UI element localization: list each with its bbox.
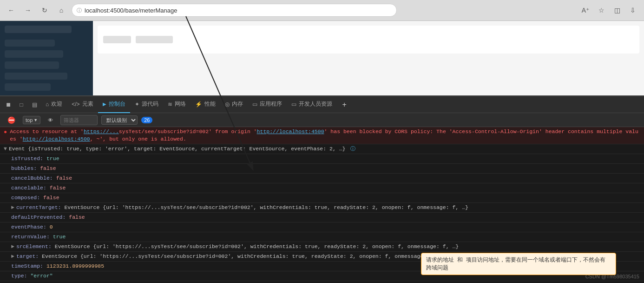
cors-error-text: Access to resource at 'https://...Access… xyxy=(10,128,640,143)
page-sidebar xyxy=(0,21,93,95)
white-panel xyxy=(98,26,639,54)
event-text: Event {isTrusted: true, type: 'error', t… xyxy=(9,145,640,153)
page-area xyxy=(0,21,644,95)
devtools-dock-button[interactable]: □ xyxy=(15,98,28,111)
expand-target[interactable]: ► xyxy=(11,253,14,260)
sources-icon: ✦ xyxy=(135,101,139,108)
browser-actions: A⁺ ☆ ◫ ⇩ xyxy=(579,4,639,17)
memory-icon: ◎ xyxy=(225,101,230,108)
prop-cancelBubble: cancelBubble: false xyxy=(0,174,644,183)
origin-link[interactable]: http://localhost:4500 xyxy=(257,128,324,135)
filter-input[interactable] xyxy=(60,115,98,125)
tab-network[interactable]: ≋ 网络 xyxy=(163,96,191,113)
header-link[interactable]: http://localhost:4500 xyxy=(23,136,90,142)
expand-srcElement[interactable]: ► xyxy=(11,243,14,250)
font-size-button[interactable]: A⁺ xyxy=(579,4,592,17)
cors-url-link[interactable]: https://... xyxy=(84,128,119,135)
tab-sources[interactable]: ✦ 源代码 xyxy=(130,96,163,113)
prop-cancelable: cancelable: false xyxy=(0,183,644,193)
console-content[interactable]: ● Access to resource at 'https://...Acce… xyxy=(0,127,644,283)
tab-application[interactable]: ▭ 应用程序 xyxy=(248,96,287,113)
devtools-wrapper: ■ □ ▤ ⌂ 欢迎 </> 元素 ▶ 控制台 ✦ 源代码 xyxy=(0,95,644,283)
info-badge: ⓘ xyxy=(350,146,355,152)
reload-button[interactable]: ↻ xyxy=(38,4,51,17)
devtools-back-button[interactable]: ■ xyxy=(2,98,15,111)
prop-timeStamp: timeStamp: 1123231.8999999985 xyxy=(0,262,644,271)
tab-welcome[interactable]: ⌂ 欢迎 xyxy=(41,96,67,113)
tab-console[interactable]: ▶ 控制台 xyxy=(98,96,130,113)
event-line: ▼ Event {isTrusted: true, type: 'error',… xyxy=(0,144,644,154)
network-icon: ≋ xyxy=(168,101,172,108)
prop-returnValue: returnValue: true xyxy=(0,232,644,242)
perf-icon: ⚡ xyxy=(195,101,202,108)
level-selector[interactable]: 默认级别 xyxy=(101,115,138,125)
console-icon: ▶ xyxy=(103,101,106,107)
back-button[interactable]: ← xyxy=(5,4,18,17)
add-tab-button[interactable]: + xyxy=(339,100,350,110)
home-button[interactable]: ⌂ xyxy=(55,4,68,17)
tab-memory[interactable]: ◎ 内存 xyxy=(220,96,248,113)
devtools-tabs: ■ □ ▤ ⌂ 欢迎 </> 元素 ▶ 控制台 ✦ 源代码 xyxy=(0,96,644,113)
error-badge: 26 xyxy=(141,117,152,123)
cors-error-line: ● Access to resource at 'https://...Acce… xyxy=(0,127,644,144)
top-dropdown-icon: ▼ xyxy=(33,118,38,122)
prop-bubbles: bubbles: false xyxy=(0,164,644,174)
prop-defaultPrevented: defaultPrevented: false xyxy=(0,213,644,222)
tab-devresources[interactable]: ▭ 开发人员资源 xyxy=(287,96,337,113)
prop-isTrusted: isTrusted: true xyxy=(0,154,644,164)
prop-target: ► target: EventSource {url: 'https://...… xyxy=(0,252,644,262)
home-icon: ⌂ xyxy=(46,101,49,108)
app-icon: ▭ xyxy=(252,101,257,108)
eye-button[interactable]: 👁 xyxy=(44,116,57,124)
prop-srcElement: ► srcElement: EventSource {url: 'https:/… xyxy=(0,242,644,252)
page-main xyxy=(93,21,644,95)
expand-triangle[interactable]: ▼ xyxy=(4,145,7,153)
download-button[interactable]: ⇩ xyxy=(626,4,639,17)
console-toolbar: ⛔ top ▼ 👁 默认级别 26 xyxy=(0,113,644,127)
bookmark-button[interactable]: ☆ xyxy=(595,4,608,17)
csdn-watermark: CSDN @Tm598035415 xyxy=(585,274,639,279)
info-icon: ⓘ xyxy=(77,7,82,14)
expand-currentTarget[interactable]: ► xyxy=(11,204,14,211)
elements-icon: </> xyxy=(72,101,79,108)
devres-icon: ▭ xyxy=(291,101,296,108)
split-view-button[interactable]: ◫ xyxy=(611,4,624,17)
prop-composed: composed: false xyxy=(0,193,644,203)
devtools-close-button[interactable]: ▤ xyxy=(28,98,41,111)
main-layout: ← → ↻ ⌂ ⓘ localhost:4500/base/meterManag… xyxy=(0,0,644,283)
error-icon-1: ● xyxy=(4,128,7,136)
prop-type: type: "error" xyxy=(0,271,644,281)
prop-currentTarget: ► currentTarget: EventSource {url: 'http… xyxy=(0,203,644,213)
prop-prototype: ► [[Prototype]]: Event xyxy=(0,281,644,283)
browser-chrome: ← → ↻ ⌂ ⓘ localhost:4500/base/meterManag… xyxy=(0,0,644,21)
forward-button[interactable]: → xyxy=(21,4,34,17)
prop-eventPhase: eventPhase: 0 xyxy=(0,222,644,232)
address-bar[interactable]: ⓘ localhost:4500/base/meterManage xyxy=(72,4,397,17)
devtools: ■ □ ▤ ⌂ 欢迎 </> 元素 ▶ 控制台 ✦ 源代码 xyxy=(0,95,644,283)
url-text: localhost:4500/base/meterManage xyxy=(85,7,392,14)
tab-elements[interactable]: </> 元素 xyxy=(67,96,98,113)
tab-performance[interactable]: ⚡ 性能 xyxy=(191,96,220,113)
top-selector[interactable]: top ▼ xyxy=(23,116,40,124)
clear-console-button[interactable]: ⛔ xyxy=(4,115,19,125)
